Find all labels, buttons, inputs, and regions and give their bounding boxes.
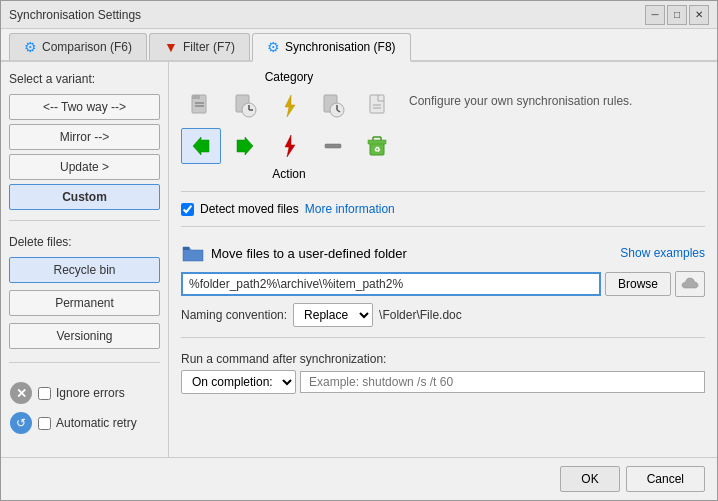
svg-rect-19 bbox=[325, 144, 341, 148]
lightning-icon-svg bbox=[275, 92, 303, 120]
sidebar-divider-1 bbox=[9, 220, 160, 221]
svg-rect-21 bbox=[368, 140, 386, 144]
more-information-link[interactable]: More information bbox=[305, 202, 395, 216]
automatic-retry-row: ↺ Automatic retry bbox=[9, 411, 160, 435]
ok-button[interactable]: OK bbox=[560, 466, 619, 492]
ignore-errors-icon: ✕ bbox=[9, 381, 33, 405]
variant-mirror[interactable]: Mirror --> bbox=[9, 124, 160, 150]
tab-synchronisation-label: Synchronisation (F8) bbox=[285, 40, 396, 54]
svg-marker-17 bbox=[237, 137, 253, 155]
category-label: Category bbox=[181, 70, 397, 84]
cloud-button[interactable] bbox=[675, 271, 705, 297]
action-icon-minus[interactable] bbox=[313, 128, 353, 164]
arrow-left-green-svg bbox=[187, 132, 215, 160]
recycle-icon-svg: ♻ bbox=[363, 132, 391, 160]
naming-path: \Folder\File.doc bbox=[379, 308, 462, 322]
svg-rect-1 bbox=[192, 95, 200, 99]
category-icon-5[interactable] bbox=[357, 88, 397, 124]
empty-file-icon-svg bbox=[363, 92, 391, 120]
browse-button[interactable]: Browse bbox=[605, 272, 671, 296]
svg-marker-8 bbox=[285, 95, 295, 117]
variant-update[interactable]: Update > bbox=[9, 154, 160, 180]
svg-marker-18 bbox=[285, 135, 295, 157]
variant-custom[interactable]: Custom bbox=[9, 184, 160, 210]
automatic-retry-checkbox[interactable] bbox=[38, 417, 51, 430]
x-circle-icon: ✕ bbox=[10, 382, 32, 404]
completion-select[interactable]: On completion: bbox=[181, 370, 296, 394]
detect-moved-files-checkbox[interactable] bbox=[181, 203, 194, 216]
close-button[interactable]: ✕ bbox=[689, 5, 709, 25]
select-variant-label: Select a variant: bbox=[9, 72, 160, 86]
tab-comparison-label: Comparison (F6) bbox=[42, 40, 132, 54]
main-divider-3 bbox=[181, 337, 705, 338]
footer: OK Cancel bbox=[1, 457, 717, 500]
detect-moved-files-row: Detect moved files More information bbox=[181, 202, 705, 216]
action-icon-lightning-red[interactable] bbox=[269, 128, 309, 164]
sync-gear-icon: ⚙ bbox=[267, 39, 280, 55]
path-row: Browse bbox=[181, 271, 705, 297]
tab-synchronisation[interactable]: ⚙ Synchronisation (F8) bbox=[252, 33, 411, 62]
window-title: Synchronisation Settings bbox=[9, 8, 141, 22]
retry-circle-icon: ↺ bbox=[10, 412, 32, 434]
detect-moved-files-label: Detect moved files bbox=[200, 202, 299, 216]
svg-rect-13 bbox=[370, 95, 384, 113]
minimize-button[interactable]: ─ bbox=[645, 5, 665, 25]
action-icon-left-green[interactable] bbox=[181, 128, 221, 164]
category-icon-3[interactable] bbox=[269, 88, 309, 124]
tab-comparison[interactable]: ⚙ Comparison (F6) bbox=[9, 33, 147, 60]
automatic-retry-label: Automatic retry bbox=[56, 416, 137, 430]
action-label: Action bbox=[181, 167, 397, 181]
naming-convention-select[interactable]: Replace Rename Skip bbox=[293, 303, 373, 327]
folder-icon-svg bbox=[182, 243, 204, 263]
naming-convention-row: Naming convention: Replace Rename Skip \… bbox=[181, 303, 705, 327]
category-icons-row bbox=[181, 88, 397, 124]
command-label: Run a command after synchronization: bbox=[181, 352, 705, 366]
lightning-red-svg bbox=[275, 132, 303, 160]
svg-text:♻: ♻ bbox=[374, 146, 380, 153]
action-icon-recycle[interactable]: ♻ bbox=[357, 128, 397, 164]
category-icon-2[interactable] bbox=[225, 88, 265, 124]
tab-filter[interactable]: ▼ Filter (F7) bbox=[149, 33, 250, 60]
description-text: Configure your own synchronisation rules… bbox=[409, 70, 705, 108]
options-section: ✕ Ignore errors ↺ Automatic retry bbox=[9, 381, 160, 435]
action-icon-right-green[interactable] bbox=[225, 128, 265, 164]
cloud-icon-svg bbox=[681, 277, 699, 291]
title-bar-controls: ─ □ ✕ bbox=[645, 5, 709, 25]
tabs: ⚙ Comparison (F6) ▼ Filter (F7) ⚙ Synchr… bbox=[1, 29, 717, 62]
window: Synchronisation Settings ─ □ ✕ ⚙ Compari… bbox=[0, 0, 718, 501]
command-section: Run a command after synchronization: On … bbox=[181, 352, 705, 394]
cancel-button[interactable]: Cancel bbox=[626, 466, 705, 492]
main-panel: Category bbox=[169, 62, 717, 457]
variant-two-way[interactable]: <-- Two way --> bbox=[9, 94, 160, 120]
show-examples-link[interactable]: Show examples bbox=[620, 246, 705, 260]
clock-file-2-icon-svg bbox=[319, 92, 347, 120]
delete-versioning[interactable]: Versioning bbox=[9, 323, 160, 349]
command-input[interactable] bbox=[300, 371, 705, 393]
main-divider-2 bbox=[181, 226, 705, 227]
path-input[interactable] bbox=[181, 272, 601, 296]
ignore-errors-label: Ignore errors bbox=[56, 386, 125, 400]
ignore-errors-checkbox[interactable] bbox=[38, 387, 51, 400]
gear-icon: ⚙ bbox=[24, 39, 37, 55]
delete-permanent[interactable]: Permanent bbox=[9, 290, 160, 316]
sidebar: Select a variant: <-- Two way --> Mirror… bbox=[1, 62, 169, 457]
action-icons-row: ♻ bbox=[181, 128, 397, 164]
main-divider-1 bbox=[181, 191, 705, 192]
minus-icon-svg bbox=[319, 132, 347, 160]
delete-files-label: Delete files: bbox=[9, 235, 160, 249]
category-icon-4[interactable] bbox=[313, 88, 353, 124]
naming-convention-label: Naming convention: bbox=[181, 308, 287, 322]
maximize-button[interactable]: □ bbox=[667, 5, 687, 25]
category-icon-1[interactable] bbox=[181, 88, 221, 124]
sidebar-divider-2 bbox=[9, 362, 160, 363]
category-action-section: Category bbox=[181, 70, 397, 181]
filter-icon: ▼ bbox=[164, 39, 178, 55]
delete-recycle-bin[interactable]: Recycle bin bbox=[9, 257, 160, 283]
svg-marker-16 bbox=[193, 137, 209, 155]
title-bar: Synchronisation Settings ─ □ ✕ bbox=[1, 1, 717, 29]
file-icon-svg bbox=[187, 92, 215, 120]
ignore-errors-row: ✕ Ignore errors bbox=[9, 381, 160, 405]
tab-filter-label: Filter (F7) bbox=[183, 40, 235, 54]
command-row: On completion: bbox=[181, 370, 705, 394]
content: Select a variant: <-- Two way --> Mirror… bbox=[1, 62, 717, 457]
